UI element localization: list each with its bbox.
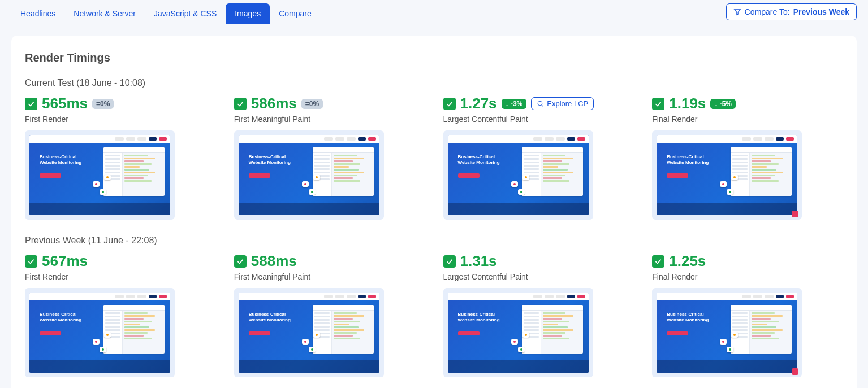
screenshot-thumbnail[interactable]: Business-CriticalWebsite Monitoring [443,130,593,220]
metrics-row: 565ms =0% First Render Business-Critical… [25,95,843,220]
group-label: Current Test (18 June - 10:08) [25,78,843,88]
filter-icon [733,8,741,16]
check-icon [25,255,37,268]
screenshot-thumbnail[interactable]: Business-CriticalWebsite Monitoring [25,130,175,220]
metric-label: First Meaningful Paint [234,115,425,124]
check-icon [443,255,456,268]
corner-indicator [792,211,798,217]
corner-indicator [792,368,798,375]
compare-label: Compare To: [745,7,790,16]
svg-point-0 [538,101,542,106]
metric-label: First Meaningful Paint [234,272,425,281]
metric-value: 586ms [251,95,297,112]
metric-label: First Render [25,272,216,281]
check-icon [25,98,37,110]
panel-title: Render Timings [25,51,843,64]
screenshot-thumbnail[interactable]: Business-CriticalWebsite Monitoring [652,288,802,377]
metric-value: 1.25s [669,252,706,270]
render-timings-panel: Render Timings Current Test (18 June - 1… [11,36,857,388]
check-icon [234,98,247,110]
topbar: Headlines Network & Server JavaScript & … [0,0,868,24]
metric-card: 1.19s ↓ -5% Final Render Business-Critic… [652,95,843,220]
metric-value: 1.31s [460,252,497,270]
tab-javascript-css[interactable]: JavaScript & CSS [145,3,226,24]
delta-badge: ↓ -5% [710,99,736,109]
metric-label: Final Render [652,272,843,281]
metric-label: Final Render [652,115,843,124]
check-icon [443,98,456,110]
metric-card: 567ms First Render Business-CriticalWebs… [25,252,216,377]
screenshot-thumbnail[interactable]: Business-CriticalWebsite Monitoring [234,288,384,377]
metric-card: 586ms =0% First Meaningful Paint Busines… [234,95,425,220]
delta-badge: =0% [301,99,323,109]
metric-label: Largest Contentful Paint [443,272,634,281]
tab-images[interactable]: Images [226,3,270,24]
svg-line-1 [542,105,543,106]
metrics-row: 567ms First Render Business-CriticalWebs… [25,252,843,377]
group-label: Previous Week (11 June - 22:08) [25,236,843,246]
tab-compare[interactable]: Compare [270,3,321,24]
check-icon [652,98,664,110]
tabs: Headlines Network & Server JavaScript & … [11,3,321,24]
metric-card: 1.27s ↓ -3% Explore LCP Largest Contentf… [443,95,634,220]
screenshot-thumbnail[interactable]: Business-CriticalWebsite Monitoring [25,288,175,377]
compare-value: Previous Week [793,7,849,16]
explore-lcp-button[interactable]: Explore LCP [531,97,594,110]
metric-value: 1.27s [460,95,497,112]
metric-value: 1.19s [669,95,706,112]
screenshot-thumbnail[interactable]: Business-CriticalWebsite Monitoring [234,130,384,220]
metric-value: 567ms [42,252,88,270]
metric-card: 1.25s Final Render Business-CriticalWebs… [652,252,843,377]
metric-label: Largest Contentful Paint [443,115,634,124]
metric-card: 588ms First Meaningful Paint Business-Cr… [234,252,425,377]
metric-label: First Render [25,115,216,124]
check-icon [234,255,247,268]
metric-value: 588ms [251,252,297,270]
check-icon [652,255,664,268]
compare-to-button[interactable]: Compare To: Previous Week [726,3,857,20]
screenshot-thumbnail[interactable]: Business-CriticalWebsite Monitoring [652,130,802,220]
metric-card: 565ms =0% First Render Business-Critical… [25,95,216,220]
screenshot-thumbnail[interactable]: Business-CriticalWebsite Monitoring [443,288,593,377]
delta-badge: =0% [92,99,114,109]
tab-headlines[interactable]: Headlines [11,3,64,24]
metric-card: 1.31s Largest Contentful Paint Business-… [443,252,634,377]
tab-network-server[interactable]: Network & Server [64,3,145,24]
delta-badge: ↓ -3% [502,99,527,109]
metric-value: 565ms [42,95,88,112]
